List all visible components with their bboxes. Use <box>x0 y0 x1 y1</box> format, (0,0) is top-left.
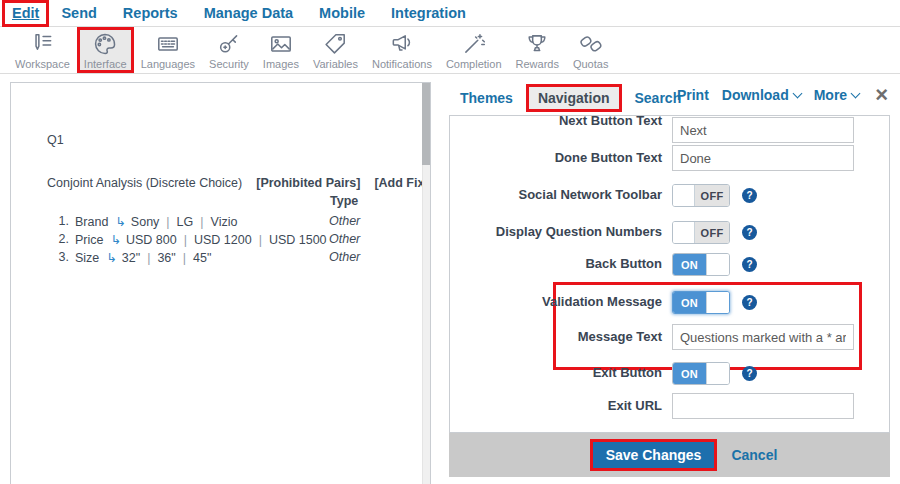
attribute-values: Brand↳Sony|LG|Vizio <box>75 214 237 229</box>
nav-item-edit[interactable]: Edit <box>12 5 39 21</box>
more-menu[interactable]: More <box>814 87 859 103</box>
toggle-knob <box>706 254 729 275</box>
tool-rewards[interactable]: Rewards <box>509 27 566 73</box>
rewards-icon <box>524 31 550 57</box>
display-question-numbers-toggle[interactable]: OFF <box>672 221 730 244</box>
settings-panel-header: ThemesNavigationSearch Print Download Mo… <box>449 84 892 115</box>
attribute-type: Other <box>329 214 360 228</box>
form-row-next-button-text: Next Button Text <box>450 117 889 143</box>
variables-icon <box>322 31 348 57</box>
value-separator: | <box>183 251 186 265</box>
social-network-toolbar-toggle[interactable]: OFF <box>672 184 730 207</box>
quotas-icon <box>578 31 604 57</box>
tool-security[interactable]: Security <box>202 27 256 73</box>
field-label: Next Button Text <box>450 115 662 128</box>
save-changes-button[interactable]: Save Changes <box>593 442 715 468</box>
help-icon[interactable]: ? <box>742 257 757 272</box>
attribute-type: Other <box>329 250 360 264</box>
help-icon[interactable]: ? <box>742 188 757 203</box>
prohibited-pairs-link[interactable]: [Prohibited Pairs] <box>256 176 360 190</box>
form-row-message-text: Message Text <box>450 324 889 350</box>
panel-actions: Print Download More × <box>677 87 888 103</box>
value-separator: | <box>259 233 262 247</box>
next-button-text-input[interactable] <box>672 117 854 143</box>
form-row-display-question-numbers: Display Question NumbersOFF? <box>450 221 889 244</box>
attribute-name: Brand <box>75 215 108 229</box>
tool-quotas[interactable]: Quotas <box>566 27 615 73</box>
tool-images[interactable]: Images <box>256 27 306 73</box>
tool-label: Rewards <box>516 58 559 70</box>
question-type-label: Conjoint Analysis (Discrete Choice) <box>47 176 242 190</box>
interface-icon <box>92 31 118 57</box>
security-icon <box>216 31 242 57</box>
field-label: Social Network Toolbar <box>450 184 662 202</box>
top-navigation: EditSendReportsManage DataMobileIntegrat… <box>0 0 900 27</box>
tool-languages[interactable]: Languages <box>134 27 202 73</box>
value-separator: | <box>184 233 187 247</box>
toggle-state-label: OFF <box>695 222 729 243</box>
notifications-icon <box>389 31 415 57</box>
exit-url-input[interactable] <box>672 393 854 419</box>
nav-item-manage-data[interactable]: Manage Data <box>204 5 293 21</box>
settings-tabs: ThemesNavigationSearch <box>457 84 684 112</box>
tool-label: Interface <box>84 58 127 70</box>
tool-notifications[interactable]: Notifications <box>365 27 439 73</box>
attribute-value: 45" <box>193 251 211 265</box>
form-row-social-network-toolbar: Social Network ToolbarOFF? <box>450 184 889 207</box>
toggle-knob <box>673 222 695 243</box>
tool-interface[interactable]: Interface <box>77 27 134 73</box>
help-icon[interactable]: ? <box>742 366 757 381</box>
help-icon[interactable]: ? <box>742 225 757 240</box>
form-row-back-button: Back ButtonON? <box>450 253 889 276</box>
level-arrow-icon: ↳ <box>110 233 120 247</box>
download-menu[interactable]: Download <box>722 87 801 103</box>
navigation-settings-form: Next Button TextDone Button TextSocial N… <box>449 115 890 433</box>
attribute-number: 3. <box>53 250 69 264</box>
help-icon[interactable]: ? <box>742 295 757 310</box>
toggle-state-label: OFF <box>695 185 729 206</box>
survey-editor-window: EditSendReportsManage DataMobileIntegrat… <box>0 0 900 484</box>
value-separator: | <box>166 215 169 229</box>
completion-icon <box>461 31 487 57</box>
preview-scrollbar[interactable] <box>422 83 430 484</box>
back-button-toggle[interactable]: ON <box>672 253 730 276</box>
exit-button-toggle[interactable]: ON <box>672 362 730 385</box>
toggle-state-label: ON <box>673 254 706 275</box>
tool-workspace[interactable]: Workspace <box>8 27 77 73</box>
survey-preview-panel: Q1 Conjoint Analysis (Discrete Choice) [… <box>10 82 431 484</box>
tab-themes[interactable]: Themes <box>457 90 516 106</box>
attribute-number: 2. <box>53 232 69 246</box>
print-link[interactable]: Print <box>677 87 709 103</box>
form-row-validation-message: Validation MessageON? <box>450 291 889 314</box>
toggle-knob <box>673 185 695 206</box>
attribute-number: 1. <box>53 214 69 228</box>
languages-icon <box>155 31 181 57</box>
attribute-value: Vizio <box>211 215 238 229</box>
tab-navigation[interactable]: Navigation <box>526 84 622 112</box>
cancel-link[interactable]: Cancel <box>731 447 777 463</box>
question-code: Q1 <box>47 133 64 147</box>
chevron-down-icon <box>851 89 861 99</box>
done-button-text-input[interactable] <box>672 145 854 171</box>
attribute-value: USD 1500 <box>269 233 327 247</box>
nav-item-send[interactable]: Send <box>61 5 96 21</box>
toggle-state-label: ON <box>673 292 706 313</box>
nav-item-reports[interactable]: Reports <box>123 5 178 21</box>
close-icon[interactable]: × <box>875 87 888 103</box>
tool-completion[interactable]: Completion <box>439 27 509 73</box>
chevron-down-icon <box>792 89 802 99</box>
nav-item-mobile[interactable]: Mobile <box>319 5 365 21</box>
validation-message-toggle[interactable]: ON <box>672 291 730 314</box>
question-type-row: Conjoint Analysis (Discrete Choice) [Pro… <box>47 176 431 190</box>
preview-scrollbar-thumb[interactable] <box>422 83 430 165</box>
form-row-exit-button: Exit ButtonON? <box>450 362 889 385</box>
form-footer: Save Changes Cancel <box>449 433 890 477</box>
tool-variables[interactable]: Variables <box>306 27 365 73</box>
nav-item-integration[interactable]: Integration <box>391 5 466 21</box>
attribute-value: USD 1200 <box>194 233 252 247</box>
tool-label: Variables <box>313 58 358 70</box>
tool-label: Notifications <box>372 58 432 70</box>
edit-toolbar: WorkspaceInterfaceLanguagesSecurityImage… <box>0 27 900 74</box>
attribute-values: Price↳USD 800|USD 1200|USD 1500 <box>75 232 327 247</box>
message-text-input[interactable] <box>672 324 854 350</box>
